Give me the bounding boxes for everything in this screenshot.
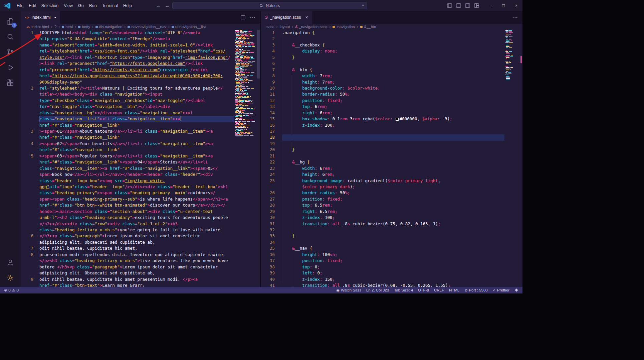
breadcrumb-item[interactable]: &__btn — [360, 25, 376, 29]
code-line[interactable]: u-mb-l"><h2 class="heading-secondary">ex… — [39, 215, 234, 221]
menu-file[interactable]: File — [14, 2, 26, 9]
code-line[interactable] — [282, 141, 504, 147]
breadcrumb-item[interactable]: html — [62, 25, 73, 29]
breadcrumb-item[interactable]: .navigation — [333, 25, 355, 29]
breadcrumb-item[interactable]: <>index.html — [26, 25, 49, 29]
code-line[interactable]: ><link rel="preconnect"href="https://fon… — [39, 61, 234, 67]
code-line[interactable]: height: 7rem; — [282, 79, 504, 85]
forward-arrow-icon[interactable]: → — [165, 3, 170, 8]
code-line[interactable]: border-radius: 50%; — [282, 91, 504, 97]
minimize-button[interactable]: – — [484, 0, 497, 11]
code-line[interactable]: width: 6rem; — [282, 165, 504, 171]
breadcrumb-item[interactable]: nav.navigation__nav — [128, 25, 166, 29]
code-line[interactable]: height: 100vh; — [282, 252, 504, 258]
code-line[interactable]: href="https://fonts.googleapis.com/css2?… — [39, 73, 234, 79]
code-line[interactable]: href="#"class="navigation__link"><span>0… — [39, 159, 234, 165]
code-line[interactable]: transition: all .8s cubic-bezier(0.75, 0… — [282, 221, 504, 227]
code-line[interactable]: z-index: 150; — [282, 276, 504, 282]
code-line[interactable]: height: 6rem; — [282, 171, 504, 177]
status-item-port-5500[interactable]: ⊘Port : 5500 — [464, 288, 487, 292]
code-line[interactable]: </h2></div><div class="row"><div class="… — [39, 221, 234, 227]
code-line[interactable]: class="navigation__item"><a href="#"clas… — [39, 165, 234, 171]
code-line[interactable]: class="heading-primary"><span class="hea… — [39, 190, 234, 196]
menu-terminal[interactable]: Terminal — [99, 2, 121, 9]
menu-help[interactable]: Help — [121, 2, 135, 9]
code-line[interactable]: type="checkbox"class="navigation__checkb… — [39, 98, 234, 104]
code-line[interactable]: png"alt="logo"class="header__logo"/></di… — [39, 184, 234, 190]
breadcrumb-item[interactable]: body — [78, 25, 90, 29]
code-line[interactable]: position: fixed; — [282, 196, 504, 202]
breadcrumb-item[interactable]: div.navigation — [95, 25, 122, 29]
maximize-button[interactable]: □ — [497, 0, 510, 11]
code-line[interactable]: ><span>03</span>Popular tours</a></li><l… — [39, 153, 234, 159]
back-arrow-icon[interactable]: ← — [156, 3, 161, 8]
code-line[interactable]: right: 6.5rem; — [282, 209, 504, 215]
command-center-search[interactable]: Natours ▾ — [172, 2, 367, 9]
scrollbar-thumb[interactable] — [257, 30, 260, 79]
scrollbar[interactable] — [257, 30, 260, 287]
code-line[interactable] — [282, 153, 504, 159]
code-line[interactable] — [282, 239, 504, 245]
problems-indicator[interactable]: ⊗ 0 ⚠ 0 — [4, 288, 19, 292]
code-line[interactable]: display: none; — [282, 48, 504, 54]
color-swatch[interactable] — [396, 118, 399, 121]
toggle-sidebar-icon[interactable] — [447, 3, 452, 8]
code-area-html[interactable]: !DOCTYPE html><html lang="en"><head><met… — [39, 30, 234, 287]
minimap[interactable] — [234, 30, 257, 287]
breadcrumb-item[interactable]: ul.navigation__list — [172, 25, 206, 29]
source-control-icon[interactable] — [2, 44, 18, 60]
status-item-html[interactable]: HTML — [449, 288, 459, 292]
code-line[interactable]: position: fixed; — [282, 258, 504, 264]
code-line[interactable] — [282, 61, 504, 67]
more-actions-icon[interactable]: ··· — [250, 15, 256, 20]
explorer-icon[interactable]: 1 — [2, 14, 18, 29]
run-debug-icon[interactable] — [2, 60, 18, 75]
code-line[interactable]: ><span>01</span>About Natours</a></li><l… — [39, 128, 234, 134]
code-line[interactable]: class="heading-tertiary u-mb-s">you're g… — [39, 227, 234, 233]
code-line[interactable]: header><main><section class="section-abo… — [39, 209, 234, 215]
toggle-secondary-sidebar-icon[interactable] — [465, 3, 470, 8]
code-line[interactable]: } — [282, 147, 504, 153]
code-line[interactable]: background-image: radial-gradient($color… — [282, 178, 504, 184]
code-line[interactable]: odit nihil beatae. Cupiditate hic amet p… — [39, 276, 234, 282]
code-line[interactable]: class="header__logo-box"><img src="img/l… — [39, 178, 234, 184]
minimap[interactable] — [504, 30, 519, 287]
status-item-watch-sass[interactable]: ◉Watch Sass — [336, 288, 361, 292]
code-line[interactable]: </p><h3 class="heading-tertiary u-mb-s">… — [39, 258, 234, 264]
code-line[interactable]: 900&display=swap" — [39, 79, 234, 85]
chevron-down-icon[interactable]: ▾ — [362, 3, 364, 8]
code-line[interactable]: class="navigation__list"><li class="navi… — [39, 116, 234, 122]
code-line[interactable]: } — [282, 233, 504, 239]
code-line[interactable]: .navigation { — [282, 30, 504, 36]
code-line[interactable]: style.css"/><link rel="shortcut icon"typ… — [39, 54, 234, 61]
status-item-tab-size-4[interactable]: Tab Size: 4 — [394, 288, 413, 292]
breadcrumb-item[interactable]: sass — [266, 25, 274, 29]
code-line[interactable]: for="nav-toggle"class="navigation__btn">… — [39, 104, 234, 110]
breadcrumb-item[interactable]: S_navigation.scss — [295, 25, 327, 29]
code-line[interactable]: top: 0; — [282, 264, 504, 270]
account-icon[interactable] — [2, 255, 18, 270]
code-line[interactable]: odit nihil beatae. Cupiditate hic amet, — [39, 245, 234, 251]
code-line[interactable]: box-shadow: 0 1rem 3rem rgba($color: #00… — [282, 116, 504, 122]
code-line[interactable]: rel="preconnect"href="https://fonts.gsta… — [39, 67, 234, 73]
customize-layout-icon[interactable] — [474, 3, 479, 8]
code-line[interactable] — [282, 36, 504, 42]
code-line[interactable]: background-color: $color-white; — [282, 85, 504, 91]
code-line[interactable] — [282, 134, 504, 140]
split-editor-icon[interactable] — [241, 15, 245, 20]
tab-navigation-scss[interactable]: S _navigation.scss × — [261, 11, 313, 24]
code-line[interactable]: &__checkbox { — [282, 42, 504, 48]
breadcrumb-item[interactable]: layout — [280, 25, 290, 29]
breadcrumb-item[interactable]: ? — [54, 25, 56, 29]
code-line[interactable]: span>Book now</a></li></ul></nav></heade… — [39, 171, 234, 177]
scrollbar[interactable] — [519, 30, 522, 287]
menu-go[interactable]: Go — [75, 2, 86, 9]
search-sidebar-icon[interactable] — [2, 29, 18, 44]
tab-index-html[interactable]: <> index.html ● — [21, 11, 61, 24]
toggle-panel-icon[interactable] — [456, 3, 461, 8]
code-line[interactable]: http-equiv="X-UA-Compatible"content="IE=… — [39, 36, 234, 42]
menu-edit[interactable]: Edit — [26, 2, 39, 9]
code-line[interactable]: class="navigation__bg"></div><nav class=… — [39, 110, 234, 116]
code-line[interactable]: z-index: 100; — [282, 215, 504, 221]
code-line[interactable]: border-radius: 50%; — [282, 190, 504, 196]
